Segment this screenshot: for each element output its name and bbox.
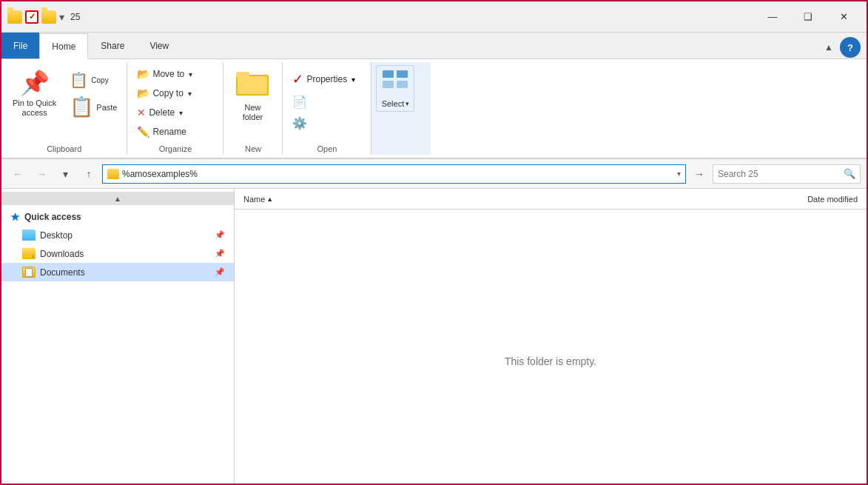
search-input[interactable] [718,169,841,179]
sidebar-item-documents-label: Documents [40,267,85,278]
svg-rect-6 [397,81,408,88]
rename-label: Rename [152,127,186,137]
minimize-button[interactable]: — [756,6,790,28]
check-icon-title: ✓ [25,10,38,24]
sidebar: ▲ ★ Quick access Desktop 📌 ↓ Downloads 📌 [1,189,235,485]
docs-page-icon [25,268,33,277]
dropdown-arrow-title[interactable]: ▾ [59,11,64,23]
delete-arrow: ▾ [179,109,183,117]
select-button[interactable]: Select ▾ [376,65,414,112]
quick-access-label: Quick access [24,212,81,222]
select-group-label [376,151,426,155]
select-group: Select ▾ [371,62,431,155]
select-label: Select [382,99,405,108]
title-bar-controls: — ❑ ✕ [756,6,861,28]
pin-icon: 📌 [20,69,50,97]
name-sort-button[interactable]: Name ▲ [243,195,273,204]
title-bar: ✓ ▾ 25 — ❑ ✕ [1,1,867,33]
help-button[interactable]: ? [840,37,861,58]
select-arrow: ▾ [406,100,409,107]
open-extra-icon1: 📄 [292,95,307,109]
sidebar-item-desktop[interactable]: Desktop 📌 [1,226,234,244]
move-to-arrow: ▾ [189,70,192,78]
clipboard-label: Clipboard [6,142,122,155]
tab-file[interactable]: File [1,33,39,58]
restore-button[interactable]: ❑ [791,6,825,28]
clipboard-group-items: 📌 Pin to Quickaccess 📋 Copy 📋 Paste [6,62,122,142]
up-button[interactable]: ↑ [78,164,99,184]
copy-button[interactable]: 📋 Copy [64,68,122,92]
move-to-icon: 📂 [137,68,149,80]
paste-icon: 📋 [70,96,93,118]
open-extra-button2[interactable]: ⚙️ [287,113,361,133]
name-sort-arrow: ▲ [266,195,273,203]
select-icon [381,69,409,99]
tab-view[interactable]: View [137,33,181,58]
open-extra-button1[interactable]: 📄 [287,92,361,112]
paste-button[interactable]: 📋 Paste [64,93,122,121]
back-button[interactable]: ← [7,164,28,184]
ribbon: File Home Share View ▲ ? 📌 Pin to Quicka… [1,33,867,159]
ribbon-collapse-button[interactable]: ▲ [818,36,840,58]
quick-access-section: ★ Quick access Desktop 📌 ↓ Downloads 📌 [1,205,234,284]
open-extra-icon2: ⚙️ [292,116,307,130]
move-to-button[interactable]: 📂 Move to ▾ [132,65,213,83]
new-folder-label: Newfolder [243,103,263,122]
folder2-icon-title [41,10,56,24]
address-go-button[interactable]: → [689,164,710,184]
search-icon[interactable]: 🔍 [844,168,855,179]
delete-button[interactable]: ✕ Delete ▾ [132,104,213,121]
file-empty-message: This folder is empty. [235,210,867,485]
copy-icon: 📋 [70,71,88,89]
address-folder-icon [107,169,119,179]
desktop-folder-icon [22,230,36,241]
new-folder-icon [236,69,269,101]
rename-button[interactable]: ✏️ Rename [132,123,213,141]
sidebar-item-documents[interactable]: Documents 📌 [1,263,234,281]
new-group-items: Newfolder [228,62,277,142]
ribbon-content: 📌 Pin to Quickaccess 📋 Copy 📋 Paste [1,59,867,158]
copy-to-arrow: ▾ [188,90,192,98]
quick-access-header[interactable]: ★ Quick access [1,208,234,226]
organize-items: 📂 Move to ▾ 📂 Copy to ▾ ✕ Delete ▾ [132,65,213,141]
downloads-pin-icon: 📌 [215,249,225,258]
name-header-label: Name [243,195,265,204]
recent-locations-button[interactable]: ▾ [55,164,75,184]
sidebar-item-downloads[interactable]: ↓ Downloads 📌 [1,244,234,263]
tab-share[interactable]: Share [88,33,137,58]
file-list-header: Name ▲ Date modified [235,189,867,210]
documents-folder-icon [22,267,36,278]
address-bar[interactable]: %amosexamples% ▾ [102,164,686,184]
new-folder-button[interactable]: Newfolder [228,65,277,126]
copy-label: Copy [91,76,108,84]
rename-icon: ✏️ [137,126,149,138]
properties-arrow: ▾ [351,76,355,84]
open-buttons: ✓ Properties ▾ 📄 ⚙️ [287,65,361,133]
sidebar-scroll-up[interactable]: ▲ [1,192,234,205]
main-area: ▲ ★ Quick access Desktop 📌 ↓ Downloads 📌 [1,189,867,485]
download-arrow-icon: ↓ [32,252,36,259]
close-button[interactable]: ✕ [827,6,861,28]
window-title: 25 [70,12,80,22]
open-group-items: ✓ Properties ▾ 📄 ⚙️ [287,62,366,142]
documents-pin-icon: 📌 [215,267,225,277]
pin-to-quick-access-button[interactable]: 📌 Pin to Quickaccess [6,65,63,121]
folder-icon-title [7,10,22,24]
svg-rect-4 [397,70,408,78]
tab-home[interactable]: Home [39,33,88,59]
select-group-items: Select ▾ [376,62,426,151]
properties-button[interactable]: ✓ Properties ▾ [287,68,361,90]
address-text: %amosexamples% [122,169,674,179]
properties-label: Properties [306,74,347,84]
svg-rect-5 [383,81,394,88]
sidebar-item-downloads-label: Downloads [40,249,84,259]
copy-to-icon: 📂 [137,87,149,99]
address-dropdown-arrow[interactable]: ▾ [677,170,681,178]
ribbon-tabs: File Home Share View ▲ ? [1,33,867,59]
quick-access-star-icon: ★ [10,211,20,223]
copy-to-button[interactable]: 📂 Copy to ▾ [132,84,213,102]
forward-button[interactable]: → [31,164,52,184]
sidebar-item-desktop-label: Desktop [40,230,73,241]
new-group: Newfolder New [223,62,283,155]
search-box: 🔍 [713,164,861,184]
